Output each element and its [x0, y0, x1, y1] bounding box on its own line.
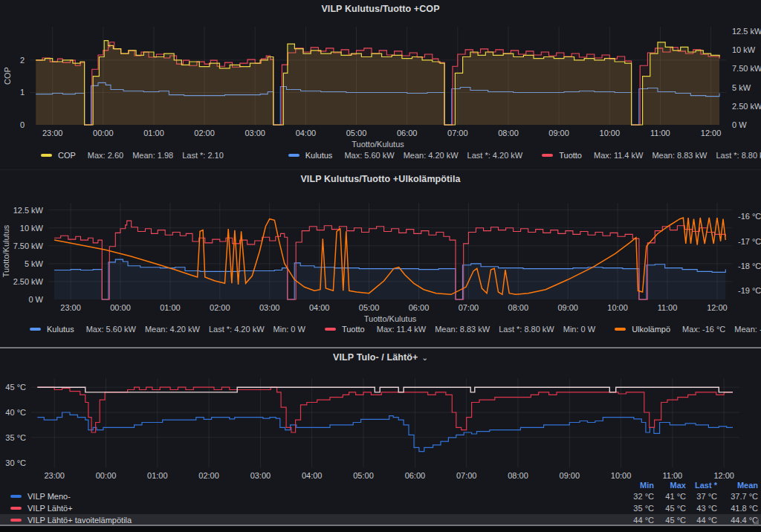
panel-title-tulo-lahto[interactable]: VILP Tulo- / Lähtö+⌄: [0, 352, 761, 363]
x-tick-label: 05:00: [359, 303, 380, 312]
legend-item-cop[interactable]: COPMax: 2.60Mean: 1.98Last *: 2.10: [41, 151, 224, 160]
legend-swatch: [325, 328, 336, 331]
y-tick-label: 2.50 kW: [13, 277, 44, 286]
legend-sort-last[interactable]: Last *: [686, 481, 717, 490]
y-tick-label: 0 W: [732, 120, 747, 129]
y-tick-label: 0: [20, 120, 25, 129]
legend-item-kulutus[interactable]: KulutusMax: 5.60 kWMean: 4.20 kWLast *: …: [30, 325, 305, 334]
legend-label: COP: [58, 151, 76, 160]
x-tick-label: 00:00: [110, 303, 131, 312]
y-tick-label: 40 °C: [5, 408, 26, 417]
x-tick-label: 00:00: [93, 129, 114, 137]
legend-item-tuotto[interactable]: TuottoMax: 11.4 kWMean: 8.83 kWLast *: 8…: [542, 151, 761, 160]
panel-menu-chevron-icon[interactable]: ⌄: [421, 354, 427, 362]
y-tick-label: 2.50 kW: [732, 102, 761, 111]
legend-value: 45 °C: [654, 504, 686, 513]
y-tick-label: 7.50 kW: [13, 241, 44, 250]
y-tick-label: 7.50 kW: [732, 64, 761, 73]
legend-label: Ulkolämpö: [632, 325, 670, 334]
legend-group: KulutusMax: 5.60 kWMean: 4.20 kWLast *: …: [288, 151, 761, 160]
y-tick-label: -17 °C: [738, 237, 761, 246]
dashboard: VILP Kulutus/Tuotto +COP 23:0000:0001:00…: [0, 0, 761, 532]
legend-item-ulkol-mp[interactable]: UlkolämpöMax: -16 °CMean: -18 °CLast *: …: [615, 325, 761, 334]
legend-stat-last: Last *: 8.80 kW: [716, 151, 761, 160]
legend-swatch: [10, 507, 22, 510]
legend-stat-max: Max: 11.4 kW: [377, 325, 426, 334]
x-tick-label: 12:00: [707, 303, 728, 312]
legend-value: 32 °C: [617, 492, 654, 501]
x-tick-label: 23:00: [42, 129, 63, 137]
x-tick-label: 04:00: [296, 129, 317, 137]
x-tick-label: 11:00: [658, 303, 678, 312]
legend-group: UlkolämpöMax: -16 °CMean: -18 °CLast *: …: [615, 325, 761, 334]
series-line-vilp-l-ht-: [37, 387, 733, 432]
legend-label: VILP Lähtö+: [27, 504, 73, 513]
x-tick-label: 07:00: [447, 129, 468, 137]
series-fill-kulutus: [54, 259, 725, 299]
y-axis-title: Tuotto/Kulutus: [1, 224, 10, 277]
legend-stat-min: Min: 0 W: [273, 325, 305, 334]
legend-row-vilp-l-ht: VILP Lähtö+35 °C45 °C43 °C41.8 °C: [0, 502, 761, 514]
legend-label: Kulutus: [47, 325, 74, 334]
legend-value: 37.7 °C: [717, 492, 758, 501]
y-tick-label: 5 kW: [25, 259, 44, 268]
legend-value: 43 °C: [686, 504, 717, 513]
legend-swatch: [615, 328, 626, 331]
x-tick-label: 09:00: [557, 303, 578, 312]
y-tick-label: 1: [20, 88, 25, 97]
legend-stat-mean: Mean: -18 °C: [734, 325, 761, 334]
series-line-vilp-meno-: [37, 412, 733, 452]
legend-item-tuotto[interactable]: TuottoMax: 11.4 kWMean: 8.83 kWLast *: 8…: [325, 325, 595, 334]
ulkolampotila-chart-canvas[interactable]: 23:0000:0001:0002:0003:0004:0005:0006:00…: [0, 170, 761, 347]
legend-label: VILP Lähtö+ tavoitelämpötila: [27, 516, 132, 525]
legend-swatch: [10, 495, 22, 498]
x-tick-label: 08:00: [508, 303, 529, 312]
legend-group: KulutusMax: 5.60 kWMean: 4.20 kWLast *: …: [30, 325, 615, 334]
panel-title-text: VILP Tulo- / Lähtö+: [333, 352, 418, 363]
legend-stat-max: Max: 2.60: [88, 151, 123, 160]
legend-label: Kulutus: [305, 151, 333, 160]
legend-sort-max[interactable]: Max: [654, 481, 686, 490]
legend-item-vilp-l-ht[interactable]: VILP Lähtö+: [0, 504, 617, 513]
legend-stat-mean: Mean: 1.98: [132, 151, 173, 160]
legend-row-vilp-meno: VILP Meno-32 °C41 °C37 °C37.7 °C: [0, 490, 761, 502]
y-tick-label: -19 °C: [738, 286, 761, 295]
legend-stat-max: Max: 5.60 kW: [86, 325, 136, 334]
legend-swatch: [41, 154, 52, 157]
panel-title-cop[interactable]: VILP Kulutus/Tuotto +COP: [0, 4, 761, 14]
panel-kulutus-tuotto-ulkolampotila: VILP Kulutus/Tuotto +Ulkolämpötila 23:00…: [0, 169, 761, 347]
panel-title-ulkolampotila[interactable]: VILP Kulutus/Tuotto +Ulkolämpötila: [0, 174, 761, 184]
legend-tulo-lahto: MinMaxLast *MeanVILP Meno-32 °C41 °C37 °…: [0, 479, 761, 526]
x-tick-label: 11:00: [650, 129, 670, 137]
cop-chart-canvas[interactable]: 23:0000:0001:0002:0003:0004:0005:0006:00…: [0, 0, 761, 169]
panel-kulutus-tuotto-cop: VILP Kulutus/Tuotto +COP 23:0000:0001:00…: [0, 0, 761, 169]
legend-sort-mean[interactable]: Mean: [717, 481, 758, 490]
legend-stat-min: Min: 0 W: [563, 325, 595, 334]
legend-item-vilp-l-ht-tavoitel-mp-tila[interactable]: VILP Lähtö+ tavoitelämpötila: [0, 516, 617, 525]
legend-table-header: MinMaxLast *Mean: [0, 479, 761, 490]
legend-sort-min[interactable]: Min: [617, 481, 654, 490]
legend-label: Tuotto: [559, 151, 582, 160]
legend-stat-last: Last *: 8.80 kW: [499, 325, 554, 334]
x-tick-label: 09:00: [548, 129, 569, 137]
legend-stat-mean: Mean: 4.20 kW: [145, 325, 200, 334]
y-tick-label: 0 W: [28, 295, 43, 304]
x-tick-label: 12:00: [701, 129, 722, 137]
bottom-divider[interactable]: [0, 525, 761, 532]
legend-item-kulutus[interactable]: KulutusMax: 5.60 kWMean: 4.20 kWLast *: …: [288, 151, 523, 160]
y-tick-label: 5 kW: [732, 83, 751, 92]
y-tick-label: 10 kW: [732, 45, 756, 54]
y-tick-label: 2: [20, 56, 25, 65]
x-tick-label: 08:00: [498, 129, 519, 137]
legend-stat-max: Max: -16 °C: [682, 325, 725, 334]
legend-value: 35 °C: [617, 504, 654, 513]
panel-resize-handle[interactable]: [752, 519, 759, 525]
legend-stat-mean: Mean: 8.83 kW: [435, 325, 490, 334]
legend-ulkolampotila: KulutusMax: 5.60 kWMean: 4.20 kWLast *: …: [0, 325, 761, 334]
legend-stat-max: Max: 5.60 kW: [344, 151, 394, 160]
y-tick-label: -18 °C: [738, 262, 761, 270]
x-tick-label: 07:00: [459, 303, 479, 312]
y-tick-label: 30 °C: [5, 458, 26, 467]
legend-item-vilp-meno[interactable]: VILP Meno-: [0, 492, 617, 501]
y-tick-label: -16 °C: [738, 212, 761, 221]
